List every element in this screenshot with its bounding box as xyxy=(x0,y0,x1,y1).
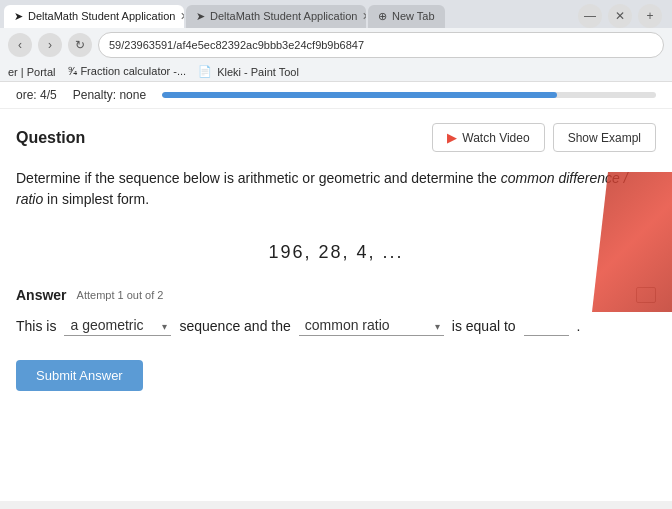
submit-answer-button[interactable]: Submit Answer xyxy=(16,360,143,391)
bookmarks-bar: er | Portal ⁹⁄₄ Fraction calculator -...… xyxy=(0,62,672,82)
progress-bar-container xyxy=(162,92,656,98)
this-is-label: This is xyxy=(16,318,56,334)
bookmark-kleki-label: Kleki - Paint Tool xyxy=(217,66,299,78)
period-label: . xyxy=(577,318,581,334)
refresh-button[interactable]: ↻ xyxy=(68,33,92,57)
header-buttons: ▶ Watch Video Show Exampl xyxy=(432,123,656,152)
question-text-part1: Determine if the sequence below is arith… xyxy=(16,170,501,186)
ratio-dropdown[interactable]: common ratio common difference xyxy=(299,315,444,336)
question-header: Question ▶ Watch Video Show Exampl xyxy=(0,109,672,160)
question-label: Question xyxy=(16,129,85,147)
play-icon: ▶ xyxy=(447,130,457,145)
tab-label-1: DeltaMath Student Application xyxy=(28,10,175,22)
score-label: ore: 4/5 xyxy=(16,88,57,102)
answer-section: Answer Attempt 1 out of 2 This is a geom… xyxy=(0,287,672,391)
bookmark-fraction-label: ⁹⁄₄ Fraction calculator -... xyxy=(68,65,187,78)
this-is-row: This is a geometric an arithmetic sequen… xyxy=(16,315,656,336)
address-bar[interactable] xyxy=(98,32,664,58)
tab-icon-3: ⊕ xyxy=(378,10,387,23)
type-dropdown-wrapper[interactable]: a geometric an arithmetic xyxy=(64,315,171,336)
submit-label: Submit Answer xyxy=(36,368,123,383)
score-bar: ore: 4/5 Penalty: none xyxy=(0,82,672,109)
ratio-dropdown-wrapper[interactable]: common ratio common difference xyxy=(299,315,444,336)
answer-header: Answer Attempt 1 out of 2 xyxy=(16,287,656,303)
kleki-icon: 📄 xyxy=(198,65,212,78)
back-button[interactable]: ‹ xyxy=(8,33,32,57)
tab-close-2[interactable]: ✕ xyxy=(362,10,366,23)
bookmark-fraction[interactable]: ⁹⁄₄ Fraction calculator -... xyxy=(68,65,187,78)
tab-label-3: New Tab xyxy=(392,10,435,22)
bookmark-kleki[interactable]: 📄 Kleki - Paint Tool xyxy=(198,65,299,78)
penalty-label: Penalty: none xyxy=(73,88,146,102)
bookmark-portal[interactable]: er | Portal xyxy=(8,66,56,78)
tab-icon-1: ➤ xyxy=(14,10,23,23)
type-dropdown[interactable]: a geometric an arithmetic xyxy=(64,315,171,336)
tab-deltamath-2[interactable]: ➤ DeltaMath Student Application ✕ xyxy=(186,5,366,28)
question-text: Determine if the sequence below is arith… xyxy=(0,160,672,226)
sequence-values: 196, 28, 4, ... xyxy=(268,242,403,262)
window-close[interactable]: ✕ xyxy=(608,4,632,28)
page-wrapper: ore: 4/5 Penalty: none Question ▶ Watch … xyxy=(0,82,672,501)
show-example-button[interactable]: Show Exampl xyxy=(553,123,656,152)
window-minimize[interactable]: — xyxy=(578,4,602,28)
tab-bar: ➤ DeltaMath Student Application ✕ ➤ Delt… xyxy=(0,0,672,28)
browser-chrome: ➤ DeltaMath Student Application ✕ ➤ Delt… xyxy=(0,0,672,82)
sequence-and-the: sequence and the xyxy=(179,318,290,334)
tab-deltamath-active[interactable]: ➤ DeltaMath Student Application ✕ xyxy=(4,5,184,28)
tab-close-1[interactable]: ✕ xyxy=(180,10,184,23)
question-text-part2: in simplest form. xyxy=(43,191,149,207)
is-equal-to-label: is equal to xyxy=(452,318,516,334)
show-example-label: Show Exampl xyxy=(568,131,641,145)
equal-to-input[interactable] xyxy=(524,315,569,336)
tab-label-2: DeltaMath Student Application xyxy=(210,10,357,22)
sequence-display: 196, 28, 4, ... xyxy=(0,226,672,287)
progress-bar-fill xyxy=(162,92,557,98)
window-plus[interactable]: + xyxy=(638,4,662,28)
page-content: ore: 4/5 Penalty: none Question ▶ Watch … xyxy=(0,82,672,501)
tab-newtab[interactable]: ⊕ New Tab xyxy=(368,5,445,28)
forward-button[interactable]: › xyxy=(38,33,62,57)
attempt-label: Attempt 1 out of 2 xyxy=(77,289,164,301)
bookmark-portal-label: er | Portal xyxy=(8,66,56,78)
watch-video-label: Watch Video xyxy=(462,131,529,145)
answer-label: Answer xyxy=(16,287,67,303)
browser-controls: ‹ › ↻ xyxy=(0,28,672,62)
tab-icon-2: ➤ xyxy=(196,10,205,23)
watch-video-button[interactable]: ▶ Watch Video xyxy=(432,123,544,152)
